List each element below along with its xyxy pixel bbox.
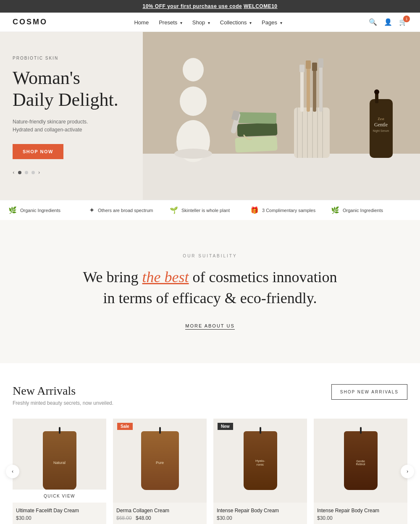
product-bottle-4: GentleRetinol — [344, 431, 378, 490]
product-name-2: Derma Collagen Cream — [116, 508, 203, 514]
gift-icon: 🎁 — [250, 206, 259, 214]
organic-icon-2: 🌿 — [331, 206, 339, 214]
svg-text:Zest: Zest — [378, 117, 384, 121]
svg-rect-26 — [370, 99, 393, 158]
svg-rect-18 — [312, 63, 317, 71]
svg-rect-13 — [300, 66, 304, 112]
heading-line2: in terms of efficacy & eco-friendly. — [103, 290, 317, 307]
product-image-2: Sale Pure — [113, 419, 207, 503]
product-card-2: Sale Pure Derma Collagen Cream $68.00 $4… — [113, 419, 207, 524]
product-bottle-1: Natural — [43, 431, 76, 490]
hero-description: Nature-friendly skincare products.Hydrat… — [13, 118, 130, 134]
product-info-3: Intense Repair Body Cream $30.00 — [213, 503, 307, 524]
hero-subtitle: PROBIOTIC SKIN — [13, 56, 130, 60]
nav-links: Home Presets ▾ Shop ▾ Collections ▾ Page… — [134, 18, 282, 26]
search-icon[interactable]: 🔍 — [369, 18, 377, 26]
hero-image: Zest Gentle Night Serum — [143, 32, 420, 200]
product-name-1: Ultimate Facelift Day Cream — [16, 508, 103, 514]
shop-now-button[interactable]: SHOP NOW — [13, 144, 63, 159]
svg-rect-20 — [318, 58, 323, 68]
product-card-3: New Hyalu-ronic Intense Repair Body Crea… — [213, 419, 307, 524]
quick-view-button-1[interactable]: QUICK VIEW — [13, 490, 106, 503]
product-name-3: Intense Repair Body Cream — [217, 508, 304, 514]
dot-3[interactable] — [32, 171, 35, 174]
product-bottle-2: Pure — [141, 431, 179, 490]
product-price-3: $30.00 — [217, 515, 304, 521]
prev-arrow[interactable]: ‹ — [13, 169, 15, 176]
svg-rect-6 — [294, 107, 330, 158]
product-badge-3: New — [218, 423, 233, 430]
dot-1[interactable] — [18, 171, 21, 174]
product-card-4: GentleRetinol Intense Repair Body Cream … — [314, 419, 407, 524]
cart-icon[interactable]: 🛒 1 — [399, 18, 407, 26]
product-image-1: Natural QUICK VIEW — [13, 419, 106, 503]
svg-rect-23 — [239, 112, 276, 124]
feature-label-3: Skinteller is whole plant — [181, 208, 230, 213]
new-arrivals-header: New Arrivals Freshly minted beauty secre… — [13, 384, 407, 406]
svg-point-3 — [180, 86, 207, 116]
logo[interactable]: COSMO — [13, 18, 47, 26]
dot-2[interactable] — [25, 171, 28, 174]
organic-icon-1: 🌿 — [8, 206, 17, 214]
hero-section: PROBIOTIC SKIN Woman'sDaily Delight. Nat… — [0, 32, 420, 200]
nav-collections[interactable]: Collections ▾ — [220, 19, 252, 26]
feature-item-2: ✦ Others are broad spectrum — [89, 206, 170, 214]
shop-new-arrivals-button[interactable]: SHOP NEW ARRIVALS — [331, 384, 407, 400]
svg-rect-16 — [306, 60, 311, 69]
new-arrivals-section: New Arrivals Freshly minted beauty secre… — [0, 363, 420, 524]
products-next-arrow[interactable]: › — [401, 465, 414, 478]
svg-rect-1 — [143, 154, 420, 200]
feature-label-5: Organic Ingredients — [343, 208, 383, 213]
products-row: ‹ Natural QUICK VIEW Ultimate Facelift D… — [13, 419, 407, 524]
svg-text:Night Serum: Night Serum — [373, 129, 389, 133]
new-arrivals-title: New Arrivals — [13, 384, 113, 398]
nav-presets[interactable]: Presets ▾ — [159, 19, 182, 26]
original-price-2: $68.00 — [116, 515, 132, 521]
svg-point-28 — [374, 89, 379, 94]
feature-label-1: Organic Ingredients — [20, 208, 60, 213]
suitability-heading: We bring the best of cosmetics innovatio… — [17, 267, 403, 309]
top-banner: 10% OFF your first purchase use code WEL… — [0, 0, 420, 13]
svg-rect-22 — [237, 123, 278, 136]
svg-text:Gentle: Gentle — [374, 122, 388, 128]
feature-bar: 🌿 Organic Ingredients ✦ Others are broad… — [0, 200, 420, 220]
hero-svg: Zest Gentle Night Serum — [143, 32, 420, 200]
feature-label-2: Others are broad spectrum — [98, 208, 153, 213]
product-info-4: Intense Repair Body Cream $30.00 — [314, 503, 407, 524]
next-arrow[interactable]: › — [38, 169, 40, 176]
suitability-section: OUR SUITABILITY We bring the best of cos… — [0, 220, 420, 363]
slider-dots: ‹ › — [13, 169, 130, 176]
suitability-label: OUR SUITABILITY — [17, 254, 403, 258]
svg-rect-21 — [235, 136, 278, 152]
sale-price-2: $48.00 — [136, 515, 151, 521]
svg-rect-14 — [299, 65, 304, 72]
product-info-1: Ultimate Facelift Day Cream $30.00 — [13, 503, 106, 524]
feature-item-1: 🌿 Organic Ingredients — [8, 206, 89, 214]
product-name-4: Intense Repair Body Cream — [317, 508, 404, 514]
product-info-2: Derma Collagen Cream $68.00 $48.00 — [113, 503, 207, 524]
hero-text-area: PROBIOTIC SKIN Woman'sDaily Delight. Nat… — [0, 32, 143, 200]
banner-code: WELCOME10 — [244, 3, 278, 9]
nav-shop[interactable]: Shop ▾ — [192, 19, 210, 26]
new-arrivals-text: New Arrivals Freshly minted beauty secre… — [13, 384, 113, 406]
product-image-4: GentleRetinol — [314, 419, 407, 503]
nav-home[interactable]: Home — [134, 19, 149, 26]
plant-icon: 🌱 — [170, 206, 178, 214]
hero-title: Woman'sDaily Delight. — [13, 67, 130, 112]
product-image-3: New Hyalu-ronic — [213, 419, 307, 503]
heading-highlight: the best — [142, 269, 189, 286]
feature-item-5: 🌿 Organic Ingredients — [331, 206, 412, 214]
account-icon[interactable]: 👤 — [384, 18, 392, 26]
products-prev-arrow[interactable]: ‹ — [6, 465, 19, 478]
heading-part2: of cosmetics innovation — [189, 269, 337, 286]
svg-point-4 — [183, 58, 204, 81]
nav-pages[interactable]: Pages ▾ — [262, 19, 282, 26]
heading-part1: We bring — [83, 269, 142, 286]
product-card-1: Natural QUICK VIEW Ultimate Facelift Day… — [13, 419, 106, 524]
svg-point-5 — [174, 149, 212, 159]
feature-label-4: 3 Complimentary samples — [262, 208, 315, 213]
banner-text: 10% OFF your first purchase use code — [142, 3, 242, 9]
product-price-1: $30.00 — [16, 515, 103, 521]
more-about-button[interactable]: MORE ABOUT US — [185, 323, 234, 330]
new-arrivals-subtitle: Freshly minted beauty secrets, now unvei… — [13, 400, 113, 406]
